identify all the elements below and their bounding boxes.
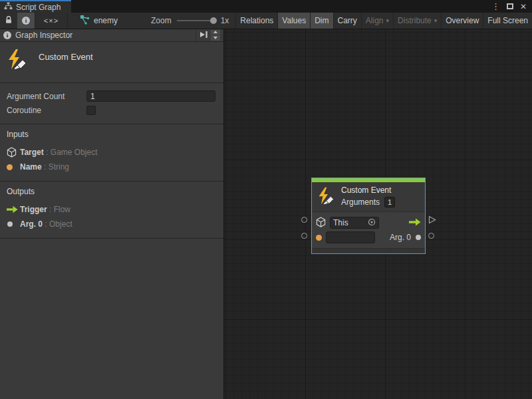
divider bbox=[196, 29, 196, 41]
info-icon: i bbox=[3, 31, 11, 39]
relations-button[interactable]: Relations bbox=[235, 13, 277, 29]
align-label: Align bbox=[366, 16, 384, 25]
port-type: : Flow bbox=[49, 205, 70, 214]
graph-canvas[interactable]: Custom Event Arguments 1 bbox=[224, 29, 532, 399]
object-picker-icon[interactable] bbox=[368, 218, 376, 228]
node-input-connector[interactable] bbox=[301, 233, 307, 239]
event-name-input[interactable] bbox=[326, 231, 375, 243]
dim-button[interactable]: Dim bbox=[310, 13, 332, 29]
unit-header: Custom Event bbox=[0, 42, 223, 83]
inspector-title: Graph Inspector bbox=[15, 31, 72, 40]
fullscreen-button[interactable]: Full Screen bbox=[483, 13, 532, 29]
toolbar-buttons: Relations Values Dim Carry Align ▾ Distr… bbox=[235, 13, 532, 29]
triangle-down-icon bbox=[213, 37, 217, 39]
carry-button[interactable]: Carry bbox=[333, 13, 361, 29]
node-title: Custom Event bbox=[341, 186, 395, 195]
custom-event-icon bbox=[317, 187, 335, 207]
node-input-connector[interactable] bbox=[301, 217, 307, 223]
coroutine-row: Coroutine bbox=[7, 103, 215, 117]
graph-asset-icon bbox=[80, 15, 90, 27]
code-icon: <×> bbox=[44, 17, 59, 25]
values-button[interactable]: Values bbox=[277, 13, 310, 29]
zoom-label: Zoom bbox=[151, 16, 172, 25]
input-row-name: Name : String bbox=[7, 160, 217, 174]
coroutine-checkbox[interactable] bbox=[86, 106, 96, 115]
unit-settings: Argument Count Coroutine bbox=[0, 83, 223, 124]
tab-title: Script Graph bbox=[16, 3, 61, 12]
code-view-button[interactable]: <×> bbox=[35, 13, 67, 29]
zoom-value: 1x bbox=[221, 16, 229, 25]
zoom-slider[interactable] bbox=[177, 20, 215, 21]
node-footer bbox=[312, 248, 425, 253]
port-type: : String bbox=[44, 162, 69, 172]
custom-event-node[interactable]: Custom Event Arguments 1 bbox=[311, 178, 426, 254]
node-body: This bbox=[312, 211, 425, 248]
output-row-arg0: Arg. 0 : Object bbox=[7, 217, 217, 231]
unit-title: Custom Event bbox=[39, 52, 93, 62]
port-name: Name bbox=[20, 162, 42, 172]
window-controls: ⋮ ✕ bbox=[491, 0, 532, 13]
flow-arrow-icon bbox=[7, 205, 20, 213]
inspector-empty-space bbox=[0, 239, 223, 399]
distribute-dropdown[interactable]: Distribute ▾ bbox=[393, 13, 441, 29]
distribute-label: Distribute bbox=[398, 16, 432, 25]
arguments-row: Arguments 1 bbox=[341, 197, 395, 207]
info-icon: i bbox=[22, 17, 30, 25]
trigger-flow-port[interactable] bbox=[409, 218, 421, 228]
outputs-section: Outputs Trigger : Flow Arg. 0 : Object bbox=[0, 182, 223, 239]
lock-button[interactable] bbox=[0, 13, 17, 29]
arguments-count-badge: 1 bbox=[384, 197, 395, 207]
graph-breadcrumb[interactable]: enemy bbox=[68, 13, 124, 29]
spinner-down-button[interactable] bbox=[211, 35, 220, 41]
graph-inspector-panel: i Graph Inspector bbox=[0, 29, 224, 399]
zoom-slider-handle[interactable] bbox=[210, 17, 217, 24]
outputs-title: Outputs bbox=[7, 187, 217, 196]
argument-count-row: Argument Count bbox=[7, 89, 215, 103]
main-area: i Graph Inspector bbox=[0, 29, 532, 399]
game-object-cube-icon bbox=[7, 147, 20, 158]
maximize-icon[interactable] bbox=[507, 3, 513, 9]
align-dropdown[interactable]: Align ▾ bbox=[361, 13, 393, 29]
string-port[interactable] bbox=[316, 235, 322, 241]
port-name: Target bbox=[20, 148, 44, 157]
inspector-header: i Graph Inspector bbox=[0, 29, 223, 42]
object-port-icon bbox=[7, 221, 20, 227]
node-output-connector[interactable] bbox=[428, 233, 434, 239]
arg0-output-port[interactable] bbox=[416, 235, 421, 240]
graph-hierarchy-icon bbox=[4, 2, 13, 12]
overview-button[interactable]: Overview bbox=[441, 13, 483, 29]
triangle-up-icon bbox=[213, 31, 217, 33]
node-output-flow-connector[interactable] bbox=[428, 215, 436, 224]
game-object-cube-icon bbox=[316, 217, 326, 229]
window-menu-icon[interactable]: ⋮ bbox=[491, 2, 500, 11]
panel-spinner bbox=[211, 30, 220, 41]
arguments-label: Arguments bbox=[341, 198, 380, 207]
window-tab-bar: Script Graph ⋮ ✕ bbox=[0, 0, 532, 13]
port-type: : Game Object bbox=[46, 148, 97, 157]
input-row-target: Target : Game Object bbox=[7, 145, 217, 160]
graph-toolbar: i <×> enemy Zoom 1x Relations Values Dim… bbox=[0, 13, 532, 29]
port-type: : Object bbox=[45, 219, 72, 229]
close-icon[interactable]: ✕ bbox=[520, 3, 527, 11]
chevron-down-icon: ▾ bbox=[386, 17, 390, 24]
zoom-control: Zoom 1x bbox=[124, 13, 235, 29]
target-object-field[interactable]: This bbox=[330, 217, 379, 229]
chevron-down-icon: ▾ bbox=[434, 17, 438, 24]
name-port-row: Arg. 0 bbox=[316, 231, 421, 244]
inspector-toggle-button[interactable]: i bbox=[17, 13, 35, 29]
node-header-text: Custom Event Arguments 1 bbox=[341, 186, 395, 207]
graph-name-label: enemy bbox=[94, 16, 118, 25]
lock-icon bbox=[4, 15, 13, 27]
inspector-header-controls bbox=[196, 29, 220, 41]
tab-script-graph[interactable]: Script Graph bbox=[0, 0, 71, 13]
port-name: Trigger bbox=[20, 205, 47, 214]
inputs-section: Inputs Target : Game Object Name : Strin… bbox=[0, 124, 223, 182]
dock-panel-icon[interactable] bbox=[199, 31, 208, 41]
target-value: This bbox=[333, 218, 348, 227]
arg0-label: Arg. 0 bbox=[390, 233, 411, 242]
string-port-icon bbox=[7, 164, 20, 170]
argument-count-input[interactable] bbox=[86, 90, 215, 102]
argument-count-label: Argument Count bbox=[7, 92, 86, 101]
target-port-row: This bbox=[316, 216, 421, 229]
spinner-up-button[interactable] bbox=[211, 30, 220, 35]
